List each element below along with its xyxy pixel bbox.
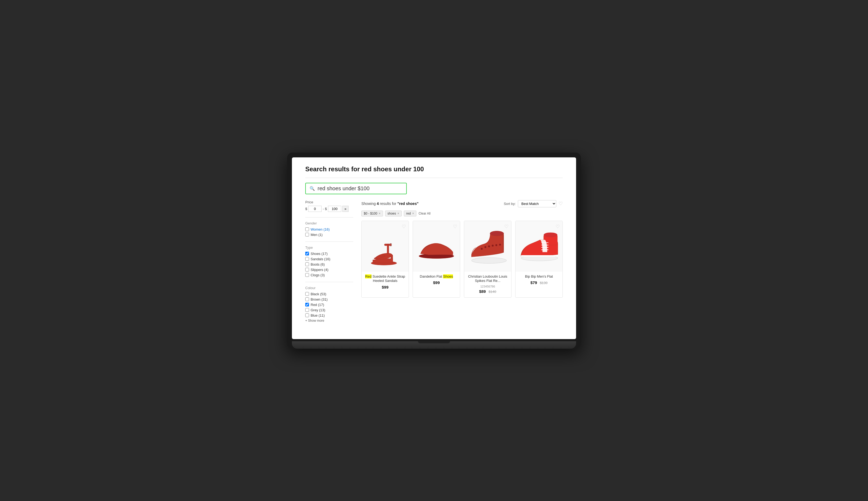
product-price-3: $89 $140	[467, 289, 509, 294]
screen-content: Search results for red shoes under 100 🔍…	[292, 157, 576, 338]
price-sep: -	[323, 207, 324, 211]
show-more-colours[interactable]: + Show more	[305, 319, 353, 322]
filter-tag-shoes-remove[interactable]: ×	[398, 212, 399, 215]
product-name-highlight-2: Shoes	[443, 274, 453, 278]
filter-tag-shoes: shoes ×	[385, 211, 402, 216]
filter-tag-red-remove[interactable]: ×	[412, 212, 414, 215]
filter-tag-price-label: $0 - $100	[364, 212, 377, 215]
colour-grey-label: Grey (13)	[311, 308, 325, 312]
product-orig-price-4: $130	[540, 281, 547, 285]
price-max-input[interactable]	[328, 206, 341, 212]
colour-black-item: Black (53)	[305, 292, 353, 296]
results-header: Showing 4 results for "red shoes" Sort b…	[361, 200, 563, 207]
type-boots-checkbox[interactable]	[305, 263, 309, 266]
price-section: Price $ - $ »	[305, 200, 353, 212]
sort-select[interactable]: Best Match Price: Low to High Price: Hig…	[518, 200, 556, 207]
search-box[interactable]: 🔍	[305, 183, 407, 194]
product-heart-4[interactable]: ♡	[555, 224, 560, 230]
product-name-text-3: Christian Louboutin Louis Spikes Flat Re…	[468, 274, 508, 283]
product-card-3: ♡	[464, 221, 511, 298]
product-sale-price-3: $89	[479, 289, 486, 294]
gender-women-label[interactable]: Women (16)	[311, 227, 329, 231]
colour-red-checkbox[interactable]	[305, 303, 309, 307]
gender-filter-section: Gender Women (16) Men (1)	[305, 217, 353, 237]
laptop-frame: Search results for red shoes under 100 🔍…	[287, 152, 581, 349]
svg-point-15	[490, 231, 503, 236]
price-min-prefix: $	[305, 207, 307, 211]
gender-filter-item-men: Men (1)	[305, 233, 353, 237]
product-image-area-2: ♡	[413, 221, 460, 272]
colour-brown-item: Brown (31)	[305, 297, 353, 301]
svg-point-10	[488, 245, 490, 247]
filter-tag-red-label: red	[406, 212, 411, 215]
type-slippers-label: Slippers (4)	[311, 268, 328, 272]
product-shoe-image-2	[416, 233, 456, 260]
gender-women-checkbox[interactable]	[305, 227, 309, 231]
sort-label: Sort by:	[504, 202, 516, 206]
colour-filter-section: Colour Black (53) Brown (31) Red (17)	[305, 282, 353, 322]
type-clogs-item: Clogs (3)	[305, 273, 353, 277]
product-price-1: $99	[364, 285, 406, 289]
colour-grey-checkbox[interactable]	[305, 308, 309, 312]
svg-rect-23	[521, 255, 558, 256]
search-bar-row: 🔍	[305, 183, 563, 194]
svg-point-13	[499, 243, 501, 245]
colour-filter-title: Colour	[305, 286, 353, 290]
price-min-input[interactable]	[308, 206, 322, 212]
gender-filter-title: Gender	[305, 221, 353, 225]
product-name-text-1: Suedette Ankle Strap Heeled Sandals	[372, 274, 405, 283]
filter-tag-shoes-label: shoes	[388, 212, 396, 215]
product-name-2: Dandelion Flat Shoes	[415, 274, 457, 279]
product-name-4: Bip Bip Men's Flat	[518, 274, 560, 279]
svg-point-8	[481, 248, 482, 249]
product-image-area-4: ♡	[516, 221, 563, 272]
product-card-2: ♡	[413, 221, 460, 298]
results-count: Showing 4 results for "red shoes"	[361, 202, 419, 206]
svg-rect-4	[390, 243, 392, 246]
type-filter-section: Type Shoes (17) Sandals (16) Boots (6)	[305, 242, 353, 277]
colour-blue-checkbox[interactable]	[305, 313, 309, 317]
price-go-button[interactable]: »	[343, 206, 348, 212]
product-info-2: Dandelion Flat Shoes $99	[413, 272, 460, 289]
type-clogs-label: Clogs (3)	[311, 273, 325, 277]
price-max-prefix: $	[325, 207, 327, 211]
product-name-1: Red Suedette Ankle Strap Heeled Sandals	[364, 274, 406, 284]
svg-point-6	[471, 257, 506, 263]
page-title: Search results for red shoes under 100	[305, 166, 563, 173]
type-sandals-checkbox[interactable]	[305, 257, 309, 261]
product-card-4: ♡	[515, 221, 563, 298]
product-heart-1[interactable]: ♡	[402, 224, 406, 230]
product-heart-3[interactable]: ♡	[504, 224, 509, 230]
clear-all-button[interactable]: Clear All	[419, 212, 431, 215]
filter-tag-red: red ×	[404, 211, 416, 216]
product-name-3: Christian Louboutin Louis Spikes Flat Re…	[467, 274, 509, 284]
gender-filter-item-women: Women (16)	[305, 227, 353, 231]
type-shoes-checkbox[interactable]	[305, 252, 309, 255]
colour-black-checkbox[interactable]	[305, 292, 309, 296]
colour-brown-checkbox[interactable]	[305, 297, 309, 301]
products-grid: ♡	[361, 221, 563, 298]
results-area: Showing 4 results for "red shoes" Sort b…	[361, 200, 563, 327]
type-sandals-label: Sandals (16)	[311, 257, 330, 261]
product-sku-3: 123456786	[467, 285, 509, 288]
divider	[305, 178, 563, 178]
product-heart-2[interactable]: ♡	[453, 224, 457, 230]
type-boots-label: Boots (6)	[311, 263, 325, 266]
search-input[interactable]	[317, 185, 402, 192]
wishlist-icon[interactable]: ♡	[558, 201, 563, 206]
product-shoe-image-3	[467, 228, 509, 265]
active-filters: $0 - $100 × shoes × red × Clear All	[361, 211, 563, 216]
gender-men-checkbox[interactable]	[305, 233, 309, 236]
colour-blue-label: Blue (11)	[311, 313, 325, 318]
type-slippers-checkbox[interactable]	[305, 268, 309, 271]
filter-tag-price-remove[interactable]: ×	[379, 212, 381, 215]
price-label: Price	[305, 200, 353, 204]
colour-brown-label: Brown (31)	[311, 297, 328, 301]
product-shoe-image-4	[518, 231, 560, 262]
price-inputs: $ - $ »	[305, 206, 353, 212]
type-clogs-checkbox[interactable]	[305, 273, 309, 277]
colour-grey-item: Grey (13)	[305, 308, 353, 312]
product-sale-price-4: $79	[530, 280, 537, 285]
type-filter-title: Type	[305, 246, 353, 249]
product-name-text-2a: Dandelion Flat	[420, 274, 443, 278]
